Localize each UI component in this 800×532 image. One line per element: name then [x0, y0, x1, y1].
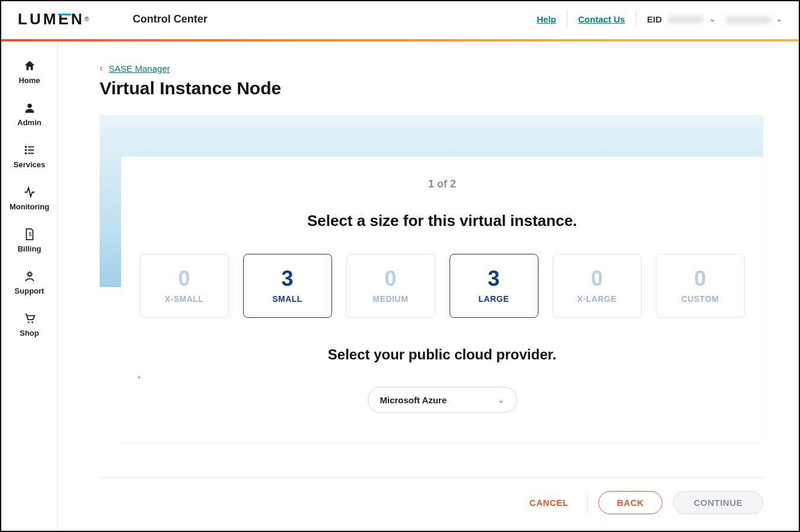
- list-icon: [23, 144, 36, 157]
- sidebar-item-shop[interactable]: Shop: [1, 304, 58, 346]
- size-option-custom[interactable]: 0 CUSTOM: [656, 254, 745, 318]
- size-options-row: 0 X-SMALL 3 SMALL 0 MEDIUM 3 LARGE: [135, 254, 749, 318]
- top-bar: LUMEN® Control Center Help Contact Us EI…: [1, 1, 799, 39]
- back-button[interactable]: BACK: [598, 491, 662, 514]
- sidebar-item-services[interactable]: Services: [1, 135, 58, 177]
- hero-banner: 1 of 2 Select a size for this virtual in…: [100, 115, 763, 287]
- svg-point-8: [28, 273, 31, 276]
- size-label: X-LARGE: [577, 294, 617, 304]
- chevron-left-icon: ‹: [100, 63, 103, 74]
- gear-user-icon: [23, 270, 36, 283]
- sidebar-item-label: Monitoring: [9, 202, 49, 211]
- svg-point-1: [24, 146, 27, 148]
- size-label: LARGE: [479, 294, 509, 304]
- eid-label: EID: [647, 14, 662, 24]
- sidebar-item-billing[interactable]: $ Billing: [1, 219, 58, 262]
- user-value: xxxxxxxxxx: [726, 14, 770, 24]
- step-indicator: 1 of 2: [135, 178, 749, 190]
- logo[interactable]: LUMEN®: [18, 10, 91, 28]
- svg-rect-2: [28, 146, 34, 148]
- size-label: X-SMALL: [165, 294, 204, 304]
- size-count: 0: [591, 268, 603, 289]
- size-option-xlarge[interactable]: 0 X-LARGE: [553, 254, 642, 318]
- separator: [587, 492, 588, 514]
- size-count: 3: [281, 268, 293, 289]
- size-option-medium[interactable]: 0 MEDIUM: [346, 254, 435, 318]
- chevron-down-icon: ⌄: [709, 15, 715, 23]
- svg-point-0: [27, 104, 31, 108]
- svg-rect-4: [28, 149, 34, 151]
- svg-text:$: $: [28, 231, 31, 237]
- breadcrumb: ‹ SASE Manager: [100, 63, 763, 74]
- provider-heading: Select your public cloud provider.: [135, 346, 749, 363]
- page-title: Virtual Instance Node: [100, 78, 763, 98]
- svg-point-10: [31, 321, 33, 323]
- billing-icon: $: [23, 228, 36, 241]
- eid-value: XXXXXX: [668, 14, 703, 24]
- cancel-button[interactable]: CANCEL: [521, 492, 577, 514]
- size-count: 0: [178, 268, 190, 289]
- size-count: 0: [694, 268, 706, 289]
- sidebar-item-home[interactable]: Home: [1, 51, 58, 93]
- sidebar-item-label: Support: [15, 286, 44, 295]
- provider-selected-value: Microsoft Azure: [380, 395, 447, 405]
- sidebar-item-admin[interactable]: Admin: [1, 93, 58, 135]
- app-title: Control Center: [133, 13, 208, 26]
- eid-dropdown[interactable]: EID XXXXXX ⌄: [647, 14, 715, 24]
- svg-point-9: [27, 321, 29, 323]
- size-count: 3: [487, 268, 499, 289]
- separator: [567, 11, 568, 27]
- sidebar-item-monitoring[interactable]: Monitoring: [1, 177, 58, 219]
- breadcrumb-link[interactable]: SASE Manager: [109, 63, 170, 74]
- separator: [636, 11, 636, 27]
- sidebar-item-label: Shop: [20, 329, 39, 337]
- chevron-down-icon: ⌄: [776, 15, 782, 23]
- svg-point-3: [24, 149, 27, 151]
- size-count: 0: [384, 268, 396, 289]
- size-option-large[interactable]: 3 LARGE: [450, 254, 538, 318]
- wizard-card: 1 of 2 Select a size for this virtual in…: [121, 157, 763, 442]
- sidebar-item-label: Home: [18, 76, 40, 85]
- help-link[interactable]: Help: [537, 14, 556, 24]
- sidebar-item-label: Services: [14, 160, 46, 169]
- size-heading: Select a size for this virtual instance.: [135, 212, 749, 230]
- sidebar-item-label: Billing: [18, 244, 42, 253]
- size-option-small[interactable]: 3 SMALL: [243, 254, 332, 318]
- required-indicator: *: [135, 375, 749, 383]
- contact-us-link[interactable]: Contact Us: [578, 14, 625, 24]
- sidebar-item-support[interactable]: Support: [1, 262, 58, 304]
- cart-icon: [23, 312, 36, 325]
- continue-button[interactable]: CONTINUE: [673, 491, 763, 514]
- sidebar: Home Admin Services Monitoring $ Billing…: [1, 42, 58, 531]
- size-label: MEDIUM: [373, 294, 409, 304]
- user-dropdown[interactable]: xxxxxxxxxx ⌄: [726, 14, 782, 24]
- svg-rect-6: [28, 153, 34, 154]
- home-icon: [23, 59, 36, 72]
- chevron-down-icon: ⌄: [498, 395, 505, 404]
- size-label: SMALL: [272, 294, 302, 304]
- svg-point-5: [24, 152, 27, 155]
- sidebar-item-label: Admin: [17, 118, 41, 127]
- size-label: CUSTOM: [681, 294, 719, 304]
- size-option-xsmall[interactable]: 0 X-SMALL: [140, 254, 229, 318]
- provider-select[interactable]: Microsoft Azure ⌄: [368, 387, 517, 413]
- user-icon: [23, 101, 36, 114]
- main-content: ‹ SASE Manager Virtual Instance Node 1 o…: [58, 42, 799, 531]
- activity-icon: [23, 186, 36, 199]
- wizard-footer: CANCEL BACK CONTINUE: [100, 477, 763, 514]
